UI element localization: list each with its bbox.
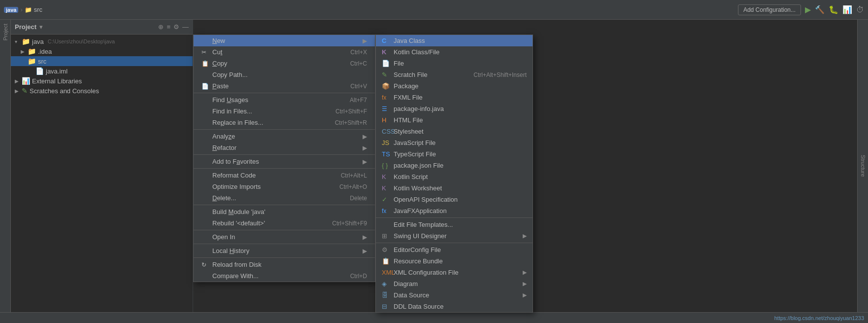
submenu-item-datasource[interactable]: 🗄 Data Source ▶ [376,289,533,301]
menu-item-new[interactable]: New ▶ [194,35,375,46]
tree-label-java: java [32,38,44,45]
icon-scratch: ✎ [382,71,390,78]
menu-item-copy-path[interactable]: Copy Path... [194,69,375,80]
submenu-item-diagram[interactable]: ◈ Diagram ▶ [376,278,533,289]
submenu-item-html[interactable]: H HTML File [376,114,533,126]
menu-item-build-module[interactable]: Build Module 'java' [194,206,375,217]
build-icon[interactable]: 🔨 [815,5,825,14]
status-bar: https://blog.csdn.net/zhouqiyuan1233 [0,312,868,323]
submenu-sep-2 [376,243,533,243]
icon-resource: 📋 [382,257,390,265]
menu-label-new: New [212,37,360,44]
tree-item-src[interactable]: 📁 src [11,56,193,66]
submenu-shortcut-scratch: Ctrl+Alt+Shift+Insert [473,72,527,78]
tree-item-java[interactable]: ▾ 📁 java C:\Users\zhou\Desktop\java [11,36,193,46]
submenu-item-fxml[interactable]: fx FXML File [376,92,533,103]
menu-item-find-in-files[interactable]: Find in Files... Ctrl+Shift+F [194,106,375,117]
tree-icon-ext-libs: 📊 [22,77,30,85]
submenu-item-java-class[interactable]: C Java Class [376,35,533,46]
locate-icon[interactable]: ⊕ [158,23,164,31]
menu-separator-1 [194,93,375,93]
submenu-item-swing[interactable]: ⊞ Swing UI Designer ▶ [376,230,533,242]
menu-item-replace-in-files[interactable]: Replace in Files... Ctrl+Shift+R [194,117,375,128]
menu-item-reload[interactable]: ↻ Reload from Disk [194,259,375,270]
menu-item-cut[interactable]: ✂ Cut Ctrl+X [194,46,375,58]
tree-sublabel-java: C:\Users\zhou\Desktop\java [48,38,115,44]
tree-item-idea[interactable]: ▶ 📁 .idea [11,46,193,56]
menu-label-build-module: Build Module 'java' [212,208,367,215]
project-tab-label[interactable]: Project [1,22,9,42]
breadcrumb-src[interactable]: 📁 src [25,6,42,13]
submenu-item-package-json[interactable]: { } package.json File [376,160,533,171]
menu-item-delete[interactable]: Delete... Delete [194,192,375,204]
submenu-item-edit-templates[interactable]: Edit File Templates... [376,219,533,230]
menu-shortcut-copy: Ctrl+C [350,60,367,67]
structure-panel-tab[interactable]: Structure [857,20,868,312]
submenu-item-resource[interactable]: 📋 Resource Bundle [376,255,533,267]
add-config-button[interactable]: Add Configuration... [738,4,801,15]
submenu-item-javafx[interactable]: fx JavaFXApplication [376,205,533,216]
submenu-label-javafx: JavaFXApplication [394,207,527,215]
breadcrumb-java[interactable]: java [4,7,18,13]
structure-tab-label[interactable]: Structure [860,155,866,177]
profile-icon[interactable]: ⏱ [856,5,864,14]
menu-shortcut-replace-in-files: Ctrl+Shift+R [335,119,367,126]
submenu-label-ddl: DDL Data Source [394,303,527,310]
submenu-label-swing: Swing UI Designer [394,232,519,240]
submenu-label-kotlin-class: Kotlin Class/File [394,48,527,56]
menu-label-find-in-files: Find in Files... [212,108,333,115]
submenu-item-stylesheet[interactable]: CSS Stylesheet [376,126,533,137]
menu-item-paste[interactable]: 📄 Paste Ctrl+V [194,80,375,92]
menu-shortcut-cut: Ctrl+X [350,49,367,56]
icon-ddl: ⊟ [382,303,390,310]
tree-item-ext-libs[interactable]: ▶ 📊 External Libraries [11,76,193,86]
menu-item-reformat[interactable]: Reformat Code Ctrl+Alt+L [194,170,375,181]
submenu-item-package[interactable]: 📦 Package [376,80,533,92]
menu-item-local-history[interactable]: Local History ▶ [194,245,375,256]
run-icon[interactable]: ▶ [805,5,811,14]
breadcrumb: java › 📁 src [4,6,42,13]
tree-item-iml[interactable]: 📄 java.iml [11,66,193,76]
menu-item-open-in[interactable]: Open In ▶ [194,231,375,243]
submenu-item-file[interactable]: 📄 File [376,58,533,69]
top-bar: java › 📁 src Add Configuration... ▶ 🔨 🐛 … [0,0,868,20]
menu-shortcut-paste: Ctrl+V [350,83,367,90]
submenu-label-fxml: FXML File [394,94,527,101]
icon-stylesheet: CSS [382,128,390,135]
menu-item-favorites[interactable]: Add to Favorites ▶ [194,156,375,167]
menu-label-compare: Compare With... [212,272,347,280]
minimize-icon[interactable]: — [182,23,189,31]
submenu-item-scratch[interactable]: ✎ Scratch File Ctrl+Alt+Shift+Insert [376,69,533,80]
menu-arrow-refactor: ▶ [363,144,367,151]
submenu-item-openapi[interactable]: ✓ OpenAPI Specification [376,194,533,205]
menu-item-analyze[interactable]: Analyze ▶ [194,131,375,142]
submenu-arrow-xml-config: ▶ [523,269,527,276]
submenu-item-kotlin-script[interactable]: K Kotlin Script [376,171,533,182]
menu-item-compare[interactable]: Compare With... Ctrl+D [194,270,375,282]
menu-separator-6 [194,230,375,230]
menu-item-copy[interactable]: 📋 Copy Ctrl+C [194,58,375,69]
tree-item-scratches[interactable]: ▶ ✎ Scratches and Consoles [11,86,193,96]
settings-icon[interactable]: ⚙ [173,23,179,31]
menu-item-find-usages[interactable]: Find Usages Alt+F7 [194,94,375,106]
menu-item-optimize[interactable]: Optimize Imports Ctrl+Alt+O [194,181,375,192]
menu-label-delete: Delete... [212,194,347,202]
menu-separator-4 [194,168,375,169]
panel-dropdown-icon[interactable]: ▾ [39,23,43,31]
submenu-item-js[interactable]: JS JavaScript File [376,137,533,148]
menu-item-refactor[interactable]: Refactor ▶ [194,142,375,153]
menu-item-rebuild[interactable]: Rebuild '<default>' Ctrl+Shift+F9 [194,217,375,229]
submenu-item-kotlin-class[interactable]: K Kotlin Class/File [376,46,533,58]
debug-icon[interactable]: 🐛 [829,5,838,14]
coverage-icon[interactable]: 📊 [842,5,852,14]
menu-arrow-local-history: ▶ [363,248,367,254]
submenu-item-xml-config[interactable]: XML XML Configuration File ▶ [376,267,533,278]
submenu-arrow-diagram: ▶ [523,281,527,287]
menu-shortcut-compare: Ctrl+D [350,273,367,280]
submenu-item-kotlin-worksheet[interactable]: K Kotlin Worksheet [376,182,533,194]
collapse-icon[interactable]: ≡ [167,23,170,31]
submenu-item-ddl[interactable]: ⊟ DDL Data Source [376,301,533,312]
submenu-item-editorconfig[interactable]: ⚙ EditorConfig File [376,244,533,255]
submenu-item-ts[interactable]: TS TypeScript File [376,148,533,160]
submenu-item-package-info[interactable]: ☰ package-info.java [376,103,533,114]
